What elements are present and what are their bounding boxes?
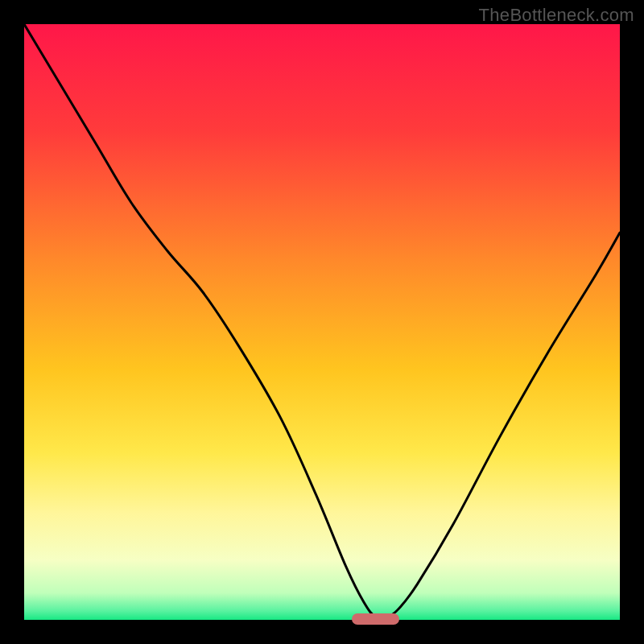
plot-svg (24, 24, 620, 620)
minimum-marker (352, 613, 399, 625)
gradient-background (24, 24, 620, 620)
plot-area (24, 24, 620, 620)
chart-frame: TheBottleneck.com (0, 0, 644, 644)
watermark-text: TheBottleneck.com (479, 5, 634, 26)
